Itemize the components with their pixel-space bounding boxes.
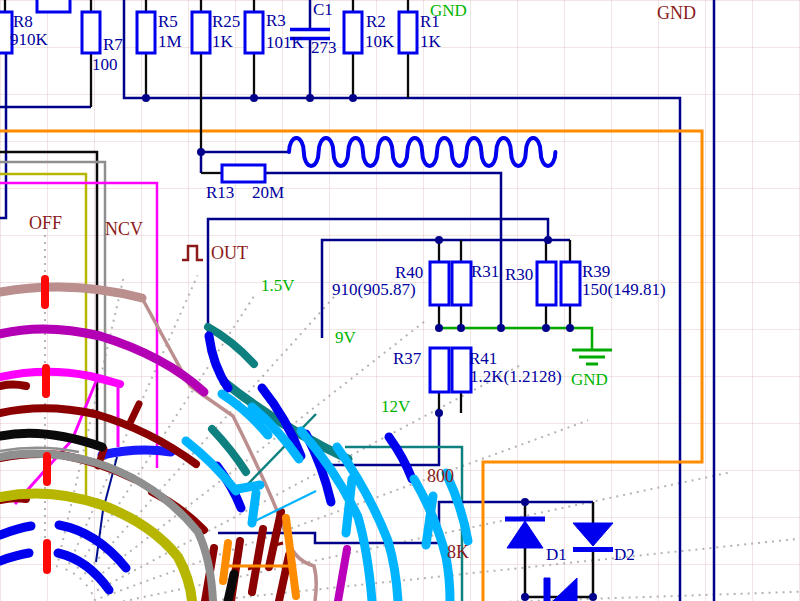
d3-partial-triangle[interactable] xyxy=(553,578,577,601)
label-r7-ref[interactable]: R7 xyxy=(103,36,123,53)
label-r8-val[interactable]: 910K xyxy=(10,31,48,48)
junction-dot-9 xyxy=(497,324,505,332)
arc-blue-inner-2b[interactable] xyxy=(58,553,109,590)
label-r3-ref[interactable]: R3 xyxy=(266,12,286,29)
maroon-bar-3[interactable] xyxy=(252,529,263,592)
junction-dot-2 xyxy=(250,94,258,102)
resistor-body-r3[interactable] xyxy=(245,12,263,53)
junction-dot-10 xyxy=(542,324,550,332)
netlabel-8k[interactable]: 8K xyxy=(447,543,469,561)
wire-r8-left[interactable] xyxy=(0,53,6,218)
arc-blue-inner-1b[interactable] xyxy=(59,525,126,568)
label-r7-val[interactable]: 100 xyxy=(92,56,118,73)
label-r3-val[interactable]: 101K xyxy=(266,34,304,51)
junction-dot-12 xyxy=(435,409,443,417)
resistor-body-r25[interactable] xyxy=(192,12,210,53)
label-r40-ref[interactable]: R40 xyxy=(395,264,423,281)
lead-bottoms[interactable] xyxy=(91,53,408,150)
label-c1-val[interactable]: 273 xyxy=(311,39,337,56)
orange-bar-1[interactable] xyxy=(223,543,228,581)
netlabel-gnd-top-right[interactable]: GND xyxy=(657,4,696,22)
arc-blue-inner-1a[interactable] xyxy=(0,526,31,535)
maroon-bar-5[interactable] xyxy=(269,512,281,567)
maroon-bar-4[interactable] xyxy=(279,555,289,601)
blue-contact-bar[interactable] xyxy=(102,450,171,455)
junction-dot-15 xyxy=(589,593,597,601)
label-d2-ref[interactable]: D2 xyxy=(614,546,635,563)
resistor-body-r2[interactable] xyxy=(344,12,362,53)
junction-dot-8 xyxy=(457,324,465,332)
label-r40-val[interactable]: 910(905.87) xyxy=(332,281,416,298)
label-r13-val[interactable]: 20M xyxy=(252,184,284,201)
junction-dot-6 xyxy=(544,236,552,244)
arc-maroon-0[interactable] xyxy=(0,385,26,387)
junction-dot-1 xyxy=(142,94,150,102)
netlabel-9v[interactable]: 9V xyxy=(335,329,356,346)
orange-bar-2[interactable] xyxy=(286,518,296,596)
d3-partial-bar[interactable] xyxy=(544,578,550,601)
netlabel-gnd-top[interactable]: GND xyxy=(430,2,467,19)
maroon-finger-1[interactable] xyxy=(130,404,139,423)
label-r30-ref[interactable]: R30 xyxy=(505,266,533,283)
junction-dot-5 xyxy=(435,236,443,244)
label-r8-ref[interactable]: R8 xyxy=(13,13,33,30)
resistor-body-r13[interactable] xyxy=(222,165,265,182)
label-r2-ref[interactable]: R2 xyxy=(366,13,386,30)
netlabel-off[interactable]: OFF xyxy=(29,214,62,232)
arc-olive[interactable] xyxy=(0,493,192,601)
junction-dot-11 xyxy=(566,324,574,332)
ground-symbol[interactable] xyxy=(572,350,612,364)
d2-triangle[interactable] xyxy=(573,523,613,546)
label-r25-val[interactable]: 1K xyxy=(212,33,233,50)
junction-dot-0 xyxy=(197,148,205,156)
netlabel-12v[interactable]: 12V xyxy=(381,398,410,415)
arc-blue-5[interactable] xyxy=(389,437,412,479)
label-r25-ref[interactable]: R25 xyxy=(212,13,240,30)
purple-bar[interactable] xyxy=(338,549,347,601)
resistor-body-r40[interactable] xyxy=(430,262,449,305)
resistor-body-r7[interactable] xyxy=(82,12,100,53)
junction-dot-7 xyxy=(435,324,443,332)
resistor-body-r1[interactable] xyxy=(399,12,417,53)
netlabel-gnd-mid[interactable]: GND xyxy=(571,371,608,388)
skyblue-bar-1[interactable] xyxy=(237,485,260,489)
label-r37-ref[interactable]: R37 xyxy=(393,350,421,367)
label-r41-val[interactable]: 1.2K(1.2128) xyxy=(470,368,562,385)
netlabel-800[interactable]: 800 xyxy=(427,467,454,485)
label-r13-ref[interactable]: R13 xyxy=(206,184,234,201)
label-r2-val[interactable]: 10K xyxy=(365,33,394,50)
junction-dot-3 xyxy=(306,94,314,102)
junction-dot-13 xyxy=(521,498,529,506)
junction-dot-14 xyxy=(521,593,529,601)
skyblue-bar-2[interactable] xyxy=(252,493,256,523)
skyblue-bar-3[interactable] xyxy=(346,479,352,533)
squiggle-resistor-element[interactable] xyxy=(289,138,555,166)
resistor-body-r5[interactable] xyxy=(137,12,155,53)
label-r31-ref[interactable]: R31 xyxy=(471,263,499,280)
resistor-body-r37[interactable] xyxy=(430,348,449,392)
junction-dot-4 xyxy=(349,94,357,102)
arc-blue-out-hook[interactable] xyxy=(209,336,228,388)
label-c1-ref[interactable]: C1 xyxy=(313,1,333,18)
label-r39-ref[interactable]: R39 xyxy=(582,263,610,280)
netlabel-ncv[interactable]: NCV xyxy=(105,220,143,238)
arc-pink-outer[interactable] xyxy=(0,287,142,298)
label-r5-ref[interactable]: R5 xyxy=(158,13,178,30)
label-r5-val[interactable]: 1M xyxy=(158,33,182,50)
component-partial-top[interactable] xyxy=(37,0,70,12)
arc-blue-inner-2a[interactable] xyxy=(0,553,29,561)
resistor-body-r39[interactable] xyxy=(561,262,580,305)
label-r41-ref[interactable]: R41 xyxy=(469,350,497,367)
label-r39-val[interactable]: 150(149.81) xyxy=(582,281,666,298)
pulse-icon[interactable] xyxy=(182,246,203,260)
label-d1-ref[interactable]: D1 xyxy=(546,546,567,563)
black-bar[interactable] xyxy=(228,574,234,601)
schematic-canvas[interactable]: R8 910K R7 100 R5 1M R25 1K R3 101K C1 2… xyxy=(0,0,800,601)
label-r1-val[interactable]: 1K xyxy=(420,33,441,50)
resistor-body-r31[interactable] xyxy=(452,262,471,305)
netlabel-1v5[interactable]: 1.5V xyxy=(261,277,295,294)
schematic-graphics xyxy=(0,0,800,601)
d1-triangle[interactable] xyxy=(507,521,543,548)
resistor-body-r30[interactable] xyxy=(537,262,556,305)
netlabel-out[interactable]: OUT xyxy=(211,244,248,262)
